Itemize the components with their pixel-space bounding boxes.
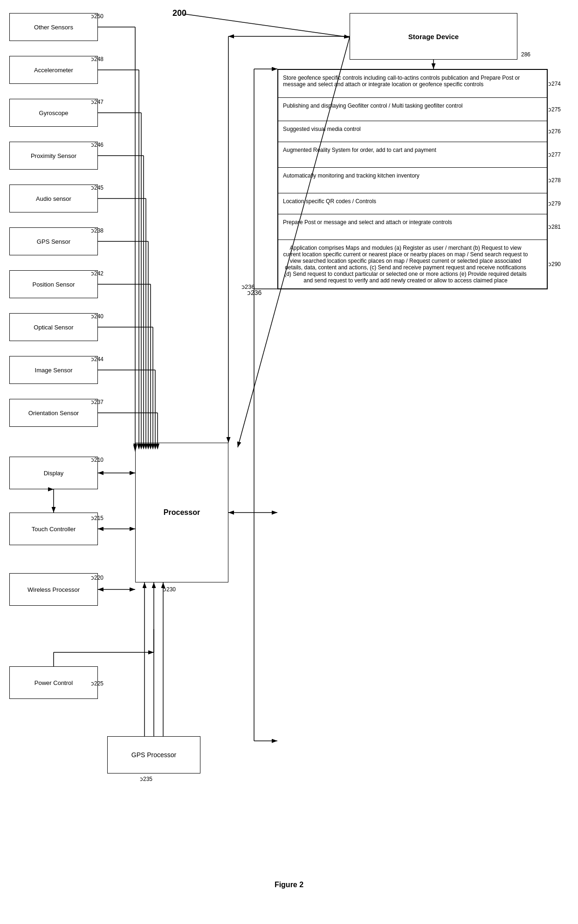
item-290-text: Application comprises Maps and modules (… [283,245,528,284]
accelerometer-num: ↄ248 [91,56,103,62]
power-control-box: Power Control [9,666,98,699]
right-panel: Store geofence specific controls includi… [277,69,548,289]
gps-processor-box: GPS Processor [107,736,200,773]
proximity-sensor-num: ↄ246 [91,142,103,148]
num-236-label: ↄ236 [241,283,255,290]
right-panel-item-275: Publishing and displaying Geofilter cont… [278,98,547,121]
item-275-text: Publishing and displaying Geofilter cont… [283,103,463,109]
item-279-num: ↄ279 [548,200,561,207]
right-panel-item-290: Application comprises Maps and modules (… [278,240,547,288]
gyroscope-box: Gyroscope [9,99,98,127]
right-panel-item-274: Store geofence specific controls includi… [278,70,547,98]
main-number: 200 [172,8,186,18]
gps-sensor-box: GPS Sensor [9,227,98,255]
right-panel-item-279: Location specific QR codes / Controls ↄ2… [278,193,547,214]
display-box: Display [9,457,98,489]
image-sensor-box: Image Sensor [9,356,98,384]
item-277-text: Augmented Reality System for order, add … [283,147,436,153]
wireless-processor-box: Wireless Processor [9,573,98,606]
touch-controller-num: ↄ215 [91,515,103,521]
item-290-num: ↄ290 [548,261,561,267]
touch-controller-box: Touch Controller [9,513,98,545]
item-278-text: Automatically monitoring and tracking ki… [283,172,420,179]
item-281-num: ↄ281 [548,224,561,230]
diagram-container: 200 Storage Device 286 Other Sensors ↄ25… [0,0,578,924]
accelerometer-box: Accelerometer [9,56,98,84]
wireless-processor-num: ↄ220 [91,575,103,581]
processor-box: Processor [135,443,228,582]
orientation-sensor-num: ↄ237 [91,399,103,405]
optical-sensor-num: ↄ240 [91,313,103,320]
item-276-text: Suggested visual media control [283,126,361,132]
storage-device-num: 286 [521,51,530,58]
item-281-text: Prepare Post or message and select and a… [283,219,452,226]
audio-sensor-num: ↄ245 [91,185,103,191]
item-275-num: ↄ275 [548,106,561,113]
item-279-text: Location specific QR codes / Controls [283,198,376,205]
right-panel-item-276: Suggested visual media control ↄ276 [278,121,547,142]
item-278-num: ↄ278 [548,177,561,184]
svg-line-4 [184,14,350,37]
orientation-sensor-box: Orientation Sensor [9,399,98,427]
display-num: ↄ210 [91,457,103,463]
item-274-num: ↄ274 [548,81,561,87]
other-sensors-num: ↄ250 [91,13,103,20]
gps-sensor-num: ↄ238 [91,227,103,234]
position-sensor-num: ↄ242 [91,270,103,277]
item-277-num: ↄ277 [548,151,561,158]
gps-processor-num: ↄ235 [140,776,152,782]
processor-num: ↄ230 [163,586,176,593]
item-274-text: Store geofence specific controls includi… [283,75,520,88]
position-sensor-box: Position Sensor [9,270,98,298]
figure-label: Figure 2 [0,881,578,889]
image-sensor-num: ↄ244 [91,356,103,363]
audio-sensor-box: Audio sensor [9,185,98,212]
gyroscope-num: ↄ247 [91,99,103,105]
right-panel-item-278: Automatically monitoring and tracking ki… [278,168,547,193]
item-276-num: ↄ276 [548,128,561,135]
other-sensors-box: Other Sensors [9,13,98,41]
power-control-num: ↄ225 [91,680,103,687]
optical-sensor-box: Optical Sensor [9,313,98,341]
proximity-sensor-box: Proximity Sensor [9,142,98,170]
right-panel-item-281: Prepare Post or message and select and a… [278,214,547,240]
right-panel-item-277: Augmented Reality System for order, add … [278,142,547,168]
storage-device-box: Storage Device [350,13,517,60]
